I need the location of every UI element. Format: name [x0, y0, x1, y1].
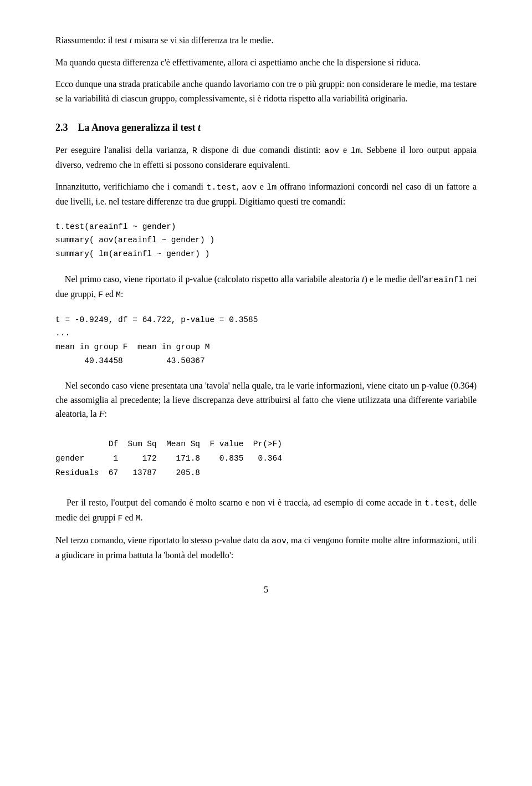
- paragraph-1: Riassumendo: il test t misura se vi sia …: [55, 33, 477, 48]
- cmd-ttest-inline: t.test: [207, 183, 237, 192]
- output-line-2: ...: [55, 326, 477, 340]
- code-block-three-commands: t.test(areainfl ~ gender) summary( aov(a…: [55, 220, 477, 261]
- cmd-lm-inline: lm: [267, 183, 277, 192]
- r-code-inline-1: R: [192, 146, 197, 156]
- areainfl-inline-1: areainfl: [423, 275, 463, 285]
- group-m-2: M: [136, 514, 141, 523]
- paragraph-third: Per il resto, l'output del comando è mol…: [55, 496, 477, 525]
- group-f: F: [98, 290, 103, 300]
- group-f-2: F: [117, 514, 122, 523]
- section-paragraph-1: Per eseguire l'analisi della varianza, R…: [55, 143, 477, 172]
- table-header: Df Sum Sq Mean Sq F value Pr(>F): [55, 437, 477, 451]
- table-row-gender: gender 1 172 171.8 0.835 0.364: [55, 451, 477, 466]
- code-line-1: t.test(areainfl ~ gender): [55, 220, 477, 234]
- italic-f: F: [99, 409, 105, 418]
- paragraph-second-case: Nel secondo caso viene presentata una 't…: [55, 379, 477, 421]
- cmd-lm: lm: [351, 146, 361, 156]
- paragraph-3: Ecco dunque una strada praticabile anche…: [55, 77, 477, 105]
- italic-t-1: t: [130, 35, 132, 45]
- aov-inline-2: aov: [272, 537, 287, 546]
- anova-table: Df Sum Sq Mean Sq F value Pr(>F) gender …: [55, 437, 477, 480]
- output-line-1: t = -0.9249, df = 64.722, p-value = 0.35…: [55, 313, 477, 327]
- cmd-aov-inline: aov: [242, 183, 257, 192]
- paragraph-after-code: Nel primo caso, viene riportato il p-val…: [55, 272, 477, 302]
- ttest-inline-2: t.test: [424, 499, 454, 508]
- code-line-2: summary( aov(areainfl ~ gender) ): [55, 233, 477, 247]
- italic-t-2: t: [362, 274, 364, 284]
- section-heading-2-3: 2.3 La Anova generalizza il test t: [55, 121, 477, 135]
- output-block-ttest: t = -0.9249, df = 64.722, p-value = 0.35…: [55, 313, 477, 368]
- page: Riassumendo: il test t misura se vi sia …: [0, 0, 532, 786]
- section-number: 2.3: [55, 122, 68, 133]
- section-title: La Anova generalizza il test t: [78, 122, 201, 133]
- output-line-3: mean in group F mean in group M: [55, 340, 477, 354]
- code-line-3: summary( lm(areainfl ~ gender) ): [55, 247, 477, 261]
- output-line-4: 40.34458 43.50367: [55, 354, 477, 368]
- cmd-aov: aov: [324, 146, 339, 156]
- page-number: 5: [55, 585, 477, 595]
- section-paragraph-2: Innanzitutto, verifichiamo che i comandi…: [55, 180, 477, 209]
- paragraph-fourth: Nel terzo comando, viene riportato lo st…: [55, 533, 477, 563]
- paragraph-2: Ma quando questa differenza c'è effettiv…: [55, 55, 477, 70]
- table-row-residuals: Residuals 67 13787 205.8: [55, 466, 477, 480]
- group-m: M: [116, 290, 121, 300]
